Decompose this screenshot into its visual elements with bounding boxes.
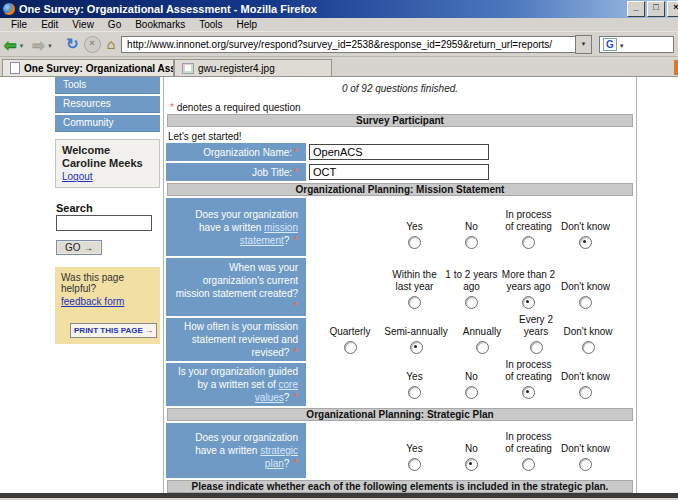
radio-button[interactable] <box>579 458 592 471</box>
radio-button[interactable] <box>408 236 421 249</box>
radio-button[interactable] <box>522 236 535 249</box>
sidebar: Tools Resources Community Welcome Caroli… <box>55 77 160 493</box>
minimize-button[interactable]: _ <box>627 1 645 17</box>
radio-button[interactable] <box>465 458 478 471</box>
google-logo-icon: G <box>603 38 617 51</box>
menu-go[interactable]: Go <box>101 19 128 30</box>
option-yes: Yes <box>386 363 443 406</box>
option-no: No <box>443 198 500 256</box>
survey-content: 0 of 92 questions finished. * denotes a … <box>163 77 637 493</box>
question-label: Does your organization have a written st… <box>166 423 306 478</box>
user-name: Caroline Meeks <box>62 157 153 170</box>
option-yes: Yes <box>386 423 443 478</box>
option-label: Yes <box>406 443 422 455</box>
organization-name-input[interactable] <box>309 144 489 160</box>
job-title-input[interactable] <box>309 164 489 180</box>
radio-button[interactable] <box>522 458 535 471</box>
radio-button[interactable] <box>408 458 421 471</box>
field-label-text: Organization Name: <box>203 147 292 158</box>
section-header-strategic: Organizational Planning: Strategic Plan <box>167 408 633 421</box>
menu-file[interactable]: File <box>4 19 34 30</box>
sidebar-item-resources[interactable]: Resources <box>55 96 160 113</box>
option-label: No <box>465 443 478 455</box>
tab-survey[interactable]: One Survey: Organizational Assessm... <box>2 59 174 76</box>
option-label: More than 2 years ago <box>500 269 557 293</box>
options-group: Yes No In process of creating Don't know <box>306 198 634 256</box>
window-controls: _ □ × <box>627 1 675 17</box>
radio-button[interactable] <box>522 386 535 399</box>
required-asterisk: * <box>291 458 298 469</box>
sidebar-item-community[interactable]: Community <box>55 115 160 132</box>
feedback-panel: Was this page helpful? feedback form PRI… <box>55 267 160 344</box>
search-input[interactable] <box>56 215 152 231</box>
radio-button[interactable] <box>476 341 489 354</box>
forward-arrow-icon: ⇨ <box>33 37 46 52</box>
radio-button[interactable] <box>408 386 421 399</box>
print-page-button[interactable]: PRINT THIS PAGE → <box>70 323 157 338</box>
radio-button[interactable] <box>579 296 592 309</box>
back-button[interactable]: ⇦ ▼ <box>4 37 29 52</box>
menu-help[interactable]: Help <box>230 19 265 30</box>
search-label: Search <box>56 202 160 214</box>
radio-button[interactable] <box>465 296 478 309</box>
menu-view[interactable]: View <box>65 19 101 30</box>
required-asterisk: * <box>291 235 298 246</box>
feedback-form-link[interactable]: feedback form <box>61 296 124 307</box>
reload-button[interactable]: ↻ <box>66 35 79 53</box>
firefox-icon <box>3 3 15 15</box>
welcome-label: Welcome <box>62 144 153 157</box>
radio-button[interactable] <box>465 386 478 399</box>
option-label: Every 2 years <box>510 314 562 338</box>
option-dont-know: Don't know <box>557 198 614 256</box>
back-arrow-icon: ⇦ <box>4 37 17 52</box>
page-right-margin <box>637 77 678 493</box>
stop-button[interactable]: × <box>84 36 101 53</box>
search-panel: Search GO → <box>55 202 160 255</box>
radio-button[interactable] <box>465 236 478 249</box>
option-label: In process of creating <box>500 209 557 233</box>
option-no: No <box>443 423 500 478</box>
question-label: When was your organization's current mis… <box>166 258 306 316</box>
question-row-mission-reviewed: How often is your mission statement revi… <box>166 318 634 361</box>
option-every-2-years: Every 2 years <box>510 318 562 361</box>
forward-dropdown-icon[interactable]: ▼ <box>47 43 53 49</box>
section-header-elements: Please indicate whether each of the foll… <box>167 480 633 493</box>
forward-button[interactable]: ⇨ ▼ <box>33 37 58 52</box>
radio-button[interactable] <box>582 341 595 354</box>
option-label: No <box>465 371 478 383</box>
field-label-text: Job Title: <box>252 167 292 178</box>
option-in-process: In process of creating <box>500 198 557 256</box>
option-in-process: In process of creating <box>500 363 557 406</box>
radio-button[interactable] <box>522 296 535 309</box>
option-more-2-years: More than 2 years ago <box>500 258 557 316</box>
option-in-process: In process of creating <box>500 423 557 478</box>
close-button[interactable]: × <box>667 1 678 17</box>
tab-image[interactable]: gwu-register4.jpg <box>174 59 332 76</box>
back-dropdown-icon[interactable]: ▼ <box>19 43 25 49</box>
radio-button[interactable] <box>530 341 543 354</box>
sidebar-item-tools[interactable]: Tools <box>55 77 160 94</box>
browser-window: One Survey: Organizational Assessment - … <box>0 0 678 500</box>
logout-link[interactable]: Logout <box>62 171 93 182</box>
option-quarterly: Quarterly <box>322 318 378 361</box>
go-button[interactable]: GO → <box>56 240 102 255</box>
menu-bookmarks[interactable]: Bookmarks <box>128 19 192 30</box>
field-label-organization: Organization Name: * <box>166 143 306 161</box>
radio-button[interactable] <box>344 341 357 354</box>
search-engine-dropdown-icon[interactable]: ▼ <box>619 43 625 49</box>
url-dropdown-button[interactable]: ▼ <box>575 35 592 54</box>
menu-tools[interactable]: Tools <box>192 19 229 30</box>
option-label: Don't know <box>561 281 610 293</box>
url-input[interactable]: http://www.innonet.org/survey/respond?su… <box>121 36 575 53</box>
page-icon <box>10 62 20 74</box>
radio-button[interactable] <box>579 236 592 249</box>
maximize-button[interactable]: □ <box>647 1 665 17</box>
radio-button[interactable] <box>410 341 423 354</box>
option-label: Quarterly <box>329 326 370 338</box>
radio-button[interactable] <box>579 386 592 399</box>
options-group: Yes No In process of creating Don't know <box>306 423 634 478</box>
search-engine-box[interactable]: G ▼ <box>599 36 674 53</box>
home-button[interactable]: ⌂ <box>107 36 115 52</box>
menu-edit[interactable]: Edit <box>34 19 65 30</box>
radio-button[interactable] <box>408 296 421 309</box>
